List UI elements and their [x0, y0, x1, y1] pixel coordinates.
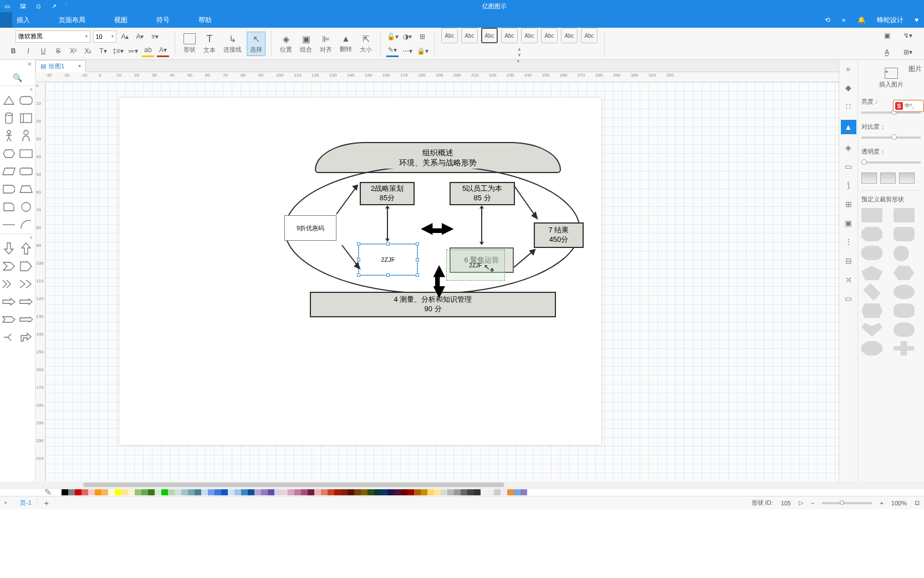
zoom-slider[interactable]: [822, 502, 872, 504]
font-family-select[interactable]: 微软雅黑▾: [16, 31, 90, 43]
shape-cylinder[interactable]: [2, 111, 17, 125]
style-7[interactable]: Abc: [561, 28, 578, 43]
color-swatch[interactable]: [314, 489, 321, 495]
color-swatch[interactable]: [274, 489, 281, 495]
font-size-select[interactable]: 10▾: [93, 31, 116, 43]
color-swatch[interactable]: [394, 489, 401, 495]
text-tool[interactable]: T文本: [201, 32, 218, 56]
box-selected[interactable]: 2ZJF: [359, 244, 417, 275]
size-button[interactable]: ⇱大小: [357, 32, 375, 55]
panel-toggle-2[interactable]: A̲: [881, 46, 893, 58]
color-swatch[interactable]: [115, 489, 121, 495]
img-preset-3[interactable]: [899, 173, 915, 184]
style-6[interactable]: Abc: [541, 28, 558, 43]
color-swatch[interactable]: [181, 489, 188, 495]
color-swatch[interactable]: [81, 489, 88, 495]
crop-pentagon[interactable]: [861, 266, 882, 280]
color-swatch[interactable]: [175, 489, 181, 495]
crop-cloud[interactable]: [894, 322, 915, 337]
arrow-dbl-chev2[interactable]: [19, 277, 34, 291]
style-prev[interactable]: ▲: [517, 47, 522, 52]
shape-para[interactable]: [2, 165, 17, 178]
rail-image-icon[interactable]: ▲: [841, 120, 856, 134]
grow-font-button[interactable]: A▴: [119, 31, 131, 43]
box-2[interactable]: 2战略策划85分: [360, 182, 415, 205]
zoom-in-button[interactable]: +: [880, 500, 883, 506]
arrow-down[interactable]: [2, 242, 17, 255]
color-swatch[interactable]: [334, 489, 341, 495]
arrow-turn[interactable]: [19, 331, 34, 344]
box-7[interactable]: 7 结果450分: [534, 222, 584, 248]
color-swatch[interactable]: [421, 489, 427, 495]
color-swatch[interactable]: [121, 489, 128, 495]
color-swatch[interactable]: [381, 489, 387, 495]
color-swatch[interactable]: [348, 489, 354, 495]
close-icon[interactable]: ×: [29, 235, 33, 241]
shape-halfround[interactable]: [2, 182, 17, 196]
panel-toggle-4[interactable]: ⊞▾: [902, 46, 914, 58]
rail-theme-icon[interactable]: ∷: [843, 101, 854, 112]
arrow-dbl-chev[interactable]: [2, 277, 17, 291]
arrow-split[interactable]: [2, 331, 17, 344]
rail-table-icon[interactable]: ⊞: [843, 199, 854, 210]
fit-icon[interactable]: ⊡: [915, 499, 920, 506]
rail-comp-icon[interactable]: ▣: [843, 217, 854, 229]
superscript-button[interactable]: X²: [67, 45, 79, 57]
menu-layout[interactable]: 页面布局: [59, 16, 85, 25]
color-swatch[interactable]: [407, 489, 414, 495]
shape-rect[interactable]: [19, 147, 34, 160]
style-4[interactable]: Abc: [501, 28, 518, 43]
line-spacing-button[interactable]: ‡≡▾: [112, 45, 124, 57]
color-swatch[interactable]: [301, 489, 308, 495]
line-color-button[interactable]: ✎▾: [386, 45, 399, 57]
strike-button[interactable]: S: [52, 45, 64, 57]
color-swatch[interactable]: [101, 489, 108, 495]
align-para-button[interactable]: ≡▾: [149, 31, 161, 43]
crop-blob1[interactable]: [861, 246, 882, 260]
color-swatch[interactable]: [487, 489, 494, 495]
crop-hexagon[interactable]: [894, 266, 915, 280]
shape-tool[interactable]: 形状: [181, 32, 198, 55]
bell-icon[interactable]: 🔔: [857, 16, 866, 24]
arrow-right[interactable]: [2, 295, 17, 308]
brand-label[interactable]: 蜂蛇设计: [877, 16, 903, 25]
color-swatch[interactable]: [201, 489, 208, 495]
play-icon[interactable]: ▷: [799, 499, 803, 506]
color-swatch[interactable]: [308, 489, 314, 495]
connector-tool[interactable]: ↳连接线: [221, 32, 244, 55]
rail-tree-icon[interactable]: ⊟: [843, 255, 854, 266]
shape-note[interactable]: [19, 111, 34, 125]
shape-line[interactable]: [2, 218, 17, 231]
crop-octagon[interactable]: [861, 227, 882, 241]
color-swatch[interactable]: [141, 489, 148, 495]
menu-insert[interactable]: 插入: [17, 16, 30, 25]
box-4[interactable]: 4 测量、分析和知识管理90 分: [310, 292, 556, 317]
crop-gear[interactable]: [894, 303, 915, 318]
bullets-button[interactable]: ≔▾: [127, 45, 139, 57]
text-tool-button[interactable]: T▾: [97, 45, 109, 57]
menu-view[interactable]: 视图: [114, 16, 127, 25]
menu-symbol[interactable]: 符号: [156, 16, 170, 25]
color-swatch[interactable]: [261, 489, 268, 495]
style-more[interactable]: ▾: [517, 59, 522, 64]
arrow-chev[interactable]: [2, 260, 17, 273]
color-swatch[interactable]: [374, 489, 381, 495]
box-promo[interactable]: 9折优惠码: [284, 215, 336, 241]
rail-layers-icon[interactable]: ◈: [843, 142, 854, 153]
eyedropper-icon[interactable]: ✎: [44, 487, 52, 498]
crop-heart[interactable]: [861, 322, 882, 337]
color-swatch[interactable]: [188, 489, 195, 495]
opacity-slider[interactable]: [861, 161, 921, 164]
color-swatch[interactable]: [128, 489, 135, 495]
position-button[interactable]: ◈位置: [277, 32, 295, 55]
shape-hex[interactable]: [2, 147, 17, 160]
color-swatch[interactable]: [215, 489, 221, 495]
style-3[interactable]: Abc: [481, 28, 498, 43]
style-1[interactable]: Abc: [441, 28, 458, 43]
color-swatch[interactable]: [354, 489, 361, 495]
collapse-sidebar-icon[interactable]: «: [0, 60, 35, 70]
export-icon[interactable]: ↗: [50, 2, 58, 10]
color-swatch[interactable]: [294, 489, 301, 495]
color-swatch[interactable]: [494, 489, 501, 495]
underline-button[interactable]: U: [37, 45, 49, 57]
